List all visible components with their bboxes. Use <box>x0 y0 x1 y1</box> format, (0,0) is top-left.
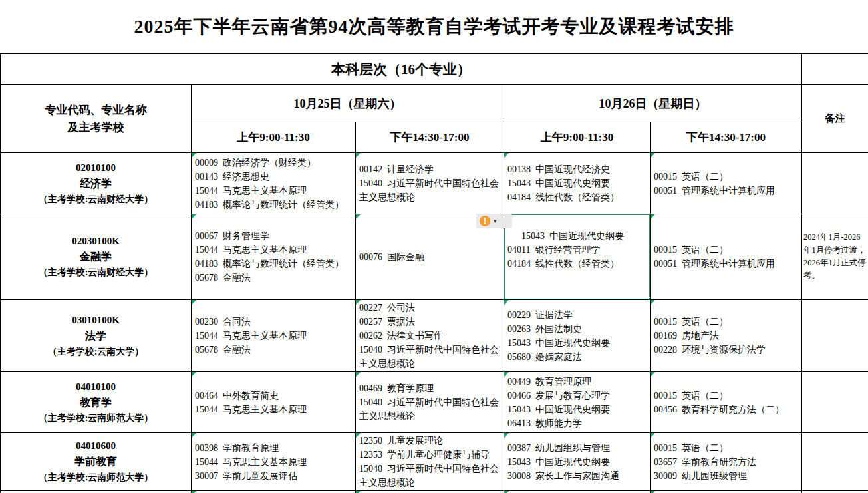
section-header-cell[interactable]: 本科层次（16个专业） <box>1 54 802 85</box>
header-major-column[interactable]: 专业代码、专业名称 及主考学校 <box>1 85 192 153</box>
cell-day2-pm[interactable]: 00015 英语（二） 00051 管理系统中计算机应用 <box>651 214 802 300</box>
cell-day2-am[interactable]: 00449 教育管理原理 00466 发展与教育心理学 15043 中国近现代史… <box>504 372 651 433</box>
cell-day2-pm[interactable]: 00015 英语（二） 00051 管理系统中计算机应用 <box>651 153 802 214</box>
table-row: 03010100K 法学 （主考学校:云南大学） 00230 合同法 15044… <box>1 300 868 372</box>
cell-day2-am[interactable]: 00321 中国文化概论 00539 中国古代文学史（二） 15043 中国近现… <box>504 491 651 493</box>
chevron-down-icon: ▾ <box>494 218 497 224</box>
table-row: 02030100K 金融学 （主考学校:云南财经大学） 00067 财务管理学 … <box>1 214 868 300</box>
cell-day1-pm[interactable]: 00469 教育学原理 15040 习近平新时代中国特色社会主义思想概论 <box>356 372 504 433</box>
cell-major[interactable]: 02030100K 金融学 （主考学校:云南财经大学） <box>1 214 192 300</box>
cell-day2-pm[interactable]: 00015 英语（二） 00169 房地产法 00228 环境与资源保护法学 <box>651 300 802 372</box>
table-row: 02010100 经济学 （主考学校:云南财经大学） 00009 政治经济学（财… <box>1 153 868 214</box>
header-day1-pm[interactable]: 下午14:30-17:00 <box>356 122 504 153</box>
cell-day1-am[interactable]: 00009 政治经济学（财经类） 00143 经济思想史 15044 马克思主义… <box>192 153 356 214</box>
cell-day2-pm[interactable]: 00015 英语（二） 00456 教育科学研究方法（二） <box>651 372 802 433</box>
cell-day1-pm[interactable]: 00227 公司法 00257 票据法 00262 法律文书写作 15040 习… <box>356 300 504 372</box>
table-row: 04010600 学前教育 （主考学校:云南师范大学） 00398 学前教育原理… <box>1 433 868 491</box>
cell-remark[interactable]: 2024年1月-2026年1月停考过渡，2026年1月正式停考。 <box>802 214 868 300</box>
major-name: 经济学 <box>3 176 188 192</box>
major-name: 学前教育 <box>3 454 188 470</box>
major-code: 04010600 <box>3 438 188 454</box>
cell-day1-am[interactable]: 00464 中外教育简史 15044 马克思主义基本原理 <box>192 372 356 433</box>
selected-cell-text: 15043 中国近现代史纲要 04011 银行经营管理学 04184 线性代数（… <box>507 231 624 269</box>
cell-day1-pm[interactable]: 12350 儿童发展理论 12353 学前儿童心理健康与辅导 15040 习近平… <box>356 433 504 491</box>
cell-day1-pm[interactable]: 00815 西方文论选读 15040 习近平新时代中国特色社会主义思想概论 <box>356 491 504 493</box>
table-row: 04010100 教育学 （主考学校:云南师范大学） 00464 中外教育简史 … <box>1 372 868 433</box>
major-name: 教育学 <box>3 395 188 411</box>
cell-major[interactable]: 04010100 教育学 （主考学校:云南师范大学） <box>1 372 192 433</box>
major-school: （主考学校:云南师范大学） <box>3 411 188 426</box>
cell-remark[interactable] <box>802 491 868 493</box>
cell-day1-am[interactable]: 00398 学前教育原理 15044 马克思主义基本原理 30007 学前儿童发… <box>192 433 356 491</box>
page-title: 2025年下半年云南省第94次高等教育自学考试开考专业及课程考试安排 <box>0 0 868 53</box>
cell-major[interactable]: 04010600 学前教育 （主考学校:云南师范大学） <box>1 433 192 491</box>
trace-error-dropdown[interactable]: ! ▾ <box>476 214 512 228</box>
header-day2[interactable]: 10月26日（星期日） <box>504 85 802 122</box>
major-code: 03010100K <box>3 313 188 328</box>
cell-remark[interactable] <box>802 433 868 491</box>
major-name: 法学 <box>3 328 188 345</box>
cell-day2-am[interactable]: 00387 幼儿园组织与管理 15043 中国近现代史纲要 30008 家长工作… <box>504 433 651 491</box>
cell-remark[interactable] <box>802 153 868 214</box>
cell-day1-am[interactable]: 00230 合同法 15044 马克思主义基本原理 05678 金融法 <box>192 300 356 372</box>
cell-day2-pm[interactable]: 00015 英语（二） 00541 语言学概论 00814 中国古代文论选读 <box>651 491 802 493</box>
table-row: 05010100 汉语言文学 （主考学校:云南师范大学） 00540 外国文学史… <box>1 491 868 493</box>
cell-remark[interactable] <box>802 300 868 372</box>
major-code: 02010100 <box>3 160 188 176</box>
major-school: （主考学校:云南大学） <box>3 345 188 359</box>
cell-major[interactable]: 03010100K 法学 （主考学校:云南大学） <box>1 300 192 372</box>
major-school: （主考学校:云南财经大学） <box>3 192 188 207</box>
major-school: （主考学校:云南财经大学） <box>3 265 188 280</box>
header-day2-am[interactable]: 上午9:00-11:30 <box>504 122 651 153</box>
warning-icon: ! <box>480 216 490 226</box>
header-remark[interactable]: 备注 <box>802 85 868 153</box>
cell-day1-am[interactable]: 00540 外国文学史 15044 马克思主义基本原理 <box>192 491 356 493</box>
cell-major[interactable]: 05010100 汉语言文学 （主考学校:云南师范大学） <box>1 491 192 493</box>
cell-day2-am-selected[interactable]: 15043 中国近现代史纲要 04011 银行经营管理学 04184 线性代数（… <box>504 214 651 300</box>
cell-day1-pm[interactable]: 00142 计量经济学 15040 习近平新时代中国特色社会主义思想概论 <box>356 153 504 214</box>
header-day2-pm[interactable]: 下午14:30-17:00 <box>651 122 802 153</box>
cell-day2-am[interactable]: 00138 中国近现代经济史 15043 中国近现代史纲要 04184 线性代数… <box>504 153 651 214</box>
exam-schedule-table: 本科层次（16个专业） 专业代码、专业名称 及主考学校 10月25日（星期六） … <box>0 53 868 493</box>
major-code: 02030100K <box>3 234 188 249</box>
header-day1-am[interactable]: 上午9:00-11:30 <box>192 122 356 153</box>
header-day1[interactable]: 10月25日（星期六） <box>192 85 504 122</box>
cell-major[interactable]: 02010100 经济学 （主考学校:云南财经大学） <box>1 153 192 214</box>
selection-border <box>504 214 651 300</box>
header-major-line1: 专业代码、专业名称 <box>3 102 188 119</box>
cell-day2-am[interactable]: 00229 证据法学 00263 外国法制史 15043 中国近现代史纲要 05… <box>504 300 651 372</box>
cell-day2-pm[interactable]: 00015 英语（二） 03657 学前教育研究方法 30009 幼儿园班级管理 <box>651 433 802 491</box>
cell-day1-am[interactable]: 00067 财务管理学 15044 马克思主义基本原理 04183 概率论与数理… <box>192 214 356 300</box>
header-major-line2: 及主考学校 <box>3 119 188 136</box>
section-header-remark-spacer[interactable] <box>802 54 868 85</box>
major-code: 04010100 <box>3 379 188 395</box>
cell-remark[interactable] <box>802 372 868 433</box>
major-name: 金融学 <box>3 249 188 265</box>
major-school: （主考学校:云南师范大学） <box>3 470 188 485</box>
